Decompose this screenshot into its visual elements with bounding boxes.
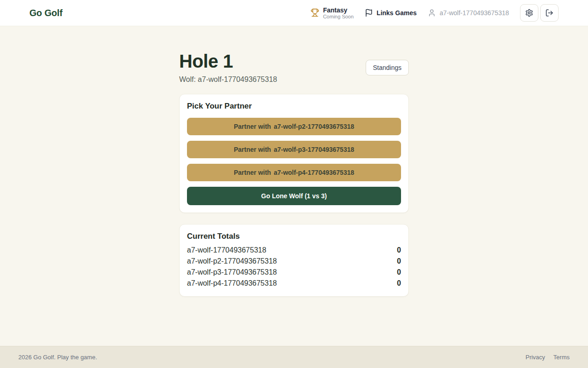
current-totals-card: Current Totals a7-wolf-1770493675318 0 a… [179, 224, 409, 297]
header-nav: Fantasy Coming Soon Links Games a7-wolf-… [311, 4, 559, 22]
partner-button-prefix: Partner with [234, 123, 271, 130]
gear-icon [525, 9, 533, 17]
total-row: a7-wolf-p3-1770493675318 0 [187, 267, 401, 278]
terms-link[interactable]: Terms [554, 354, 570, 361]
footer-copyright: 2026 Go Golf. Play the game. [18, 354, 97, 361]
partner-button-name: a7-wolf-p3-1770493675318 [274, 146, 354, 153]
nav-links-games[interactable]: Links Games [365, 9, 417, 17]
user-icon [428, 9, 436, 17]
partner-button-p2[interactable]: Partner with a7-wolf-p2-1770493675318 [187, 118, 401, 135]
pick-partner-title: Pick Your Partner [187, 102, 401, 111]
partner-button-name: a7-wolf-p4-1770493675318 [274, 169, 354, 176]
title-row: Hole 1 Wolf: a7-wolf-1770493675318 Stand… [179, 51, 409, 84]
partner-button-p4[interactable]: Partner with a7-wolf-p4-1770493675318 [187, 164, 401, 181]
footer-links: Privacy Terms [526, 354, 570, 361]
partner-button-name: a7-wolf-p2-1770493675318 [274, 123, 354, 130]
standings-button[interactable]: Standings [366, 60, 409, 75]
privacy-link[interactable]: Privacy [526, 354, 545, 361]
nav-links-games-label: Links Games [377, 9, 417, 17]
player-name: a7-wolf-p4-1770493675318 [187, 279, 277, 288]
trophy-icon [311, 8, 319, 17]
logout-button[interactable] [540, 4, 559, 22]
player-score: 0 [397, 257, 401, 265]
page-title: Hole 1 [179, 51, 277, 72]
partner-button-prefix: Partner with [234, 169, 271, 176]
header: Go Golf Fantasy Coming Soon Links Games … [0, 0, 588, 26]
player-score: 0 [397, 246, 401, 254]
nav-fantasy-sublabel: Coming Soon [323, 14, 354, 20]
player-name: a7-wolf-p2-1770493675318 [187, 257, 277, 265]
footer: 2026 Go Golf. Play the game. Privacy Ter… [0, 346, 588, 368]
settings-button[interactable] [520, 4, 538, 22]
nav-fantasy[interactable]: Fantasy Coming Soon [311, 6, 354, 20]
total-row: a7-wolf-1770493675318 0 [187, 245, 401, 256]
total-row: a7-wolf-p4-1770493675318 0 [187, 278, 401, 289]
totals-list: a7-wolf-1770493675318 0 a7-wolf-p2-17704… [187, 245, 401, 289]
partner-button-prefix: Partner with [234, 146, 271, 153]
app-logo[interactable]: Go Golf [29, 8, 62, 18]
flag-icon [365, 9, 373, 17]
current-totals-title: Current Totals [187, 232, 401, 241]
title-block: Hole 1 Wolf: a7-wolf-1770493675318 [179, 51, 277, 84]
header-buttons [520, 4, 559, 22]
nav-fantasy-text: Fantasy Coming Soon [323, 6, 354, 20]
username-text: a7-wolf-1770493675318 [440, 9, 509, 17]
player-score: 0 [397, 268, 401, 276]
nav-fantasy-label: Fantasy [323, 6, 354, 14]
player-name: a7-wolf-p3-1770493675318 [187, 268, 277, 276]
total-row: a7-wolf-p2-1770493675318 0 [187, 256, 401, 267]
main-content: Hole 1 Wolf: a7-wolf-1770493675318 Stand… [0, 26, 588, 346]
player-name: a7-wolf-1770493675318 [187, 246, 266, 254]
partner-button-p3[interactable]: Partner with a7-wolf-p3-1770493675318 [187, 141, 401, 158]
page-subtitle: Wolf: a7-wolf-1770493675318 [179, 75, 277, 84]
go-lone-wolf-button[interactable]: Go Lone Wolf (1 vs 3) [187, 187, 401, 205]
pick-partner-card: Pick Your Partner Partner with a7-wolf-p… [179, 94, 409, 213]
user-display: a7-wolf-1770493675318 [428, 9, 509, 17]
logout-icon [545, 9, 554, 17]
player-score: 0 [397, 279, 401, 288]
